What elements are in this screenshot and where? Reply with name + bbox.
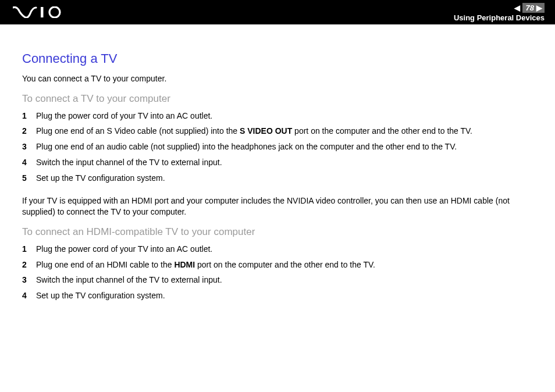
step-text: Plug the power cord of your TV into an A… <box>36 244 533 255</box>
step-number: 4 <box>22 157 36 168</box>
step-number: 1 <box>22 111 36 122</box>
step-text: Set up the TV configuration system. <box>36 173 533 184</box>
step-text: Switch the input channel of the TV to ex… <box>36 157 533 168</box>
step-text: Plug the power cord of your TV into an A… <box>36 111 533 122</box>
page-title: Connecting a TV <box>22 50 533 67</box>
step-item: 5Set up the TV configuration system. <box>22 173 533 184</box>
step-item: 3Switch the input channel of the TV to e… <box>22 275 533 286</box>
svg-rect-0 <box>41 7 44 17</box>
step-item: 1Plug the power cord of your TV into an … <box>22 244 533 255</box>
step-text: Set up the TV configuration system. <box>36 290 533 301</box>
step-number: 2 <box>22 126 36 137</box>
header-right: ◀ 78 ▶ Using Peripheral Devices <box>454 3 545 22</box>
step-item: 3Plug one end of an audio cable (not sup… <box>22 141 533 152</box>
intro-paragraph: You can connect a TV to your computer. <box>22 73 533 84</box>
step-text: Switch the input channel of the TV to ex… <box>36 275 533 286</box>
svg-point-1 <box>49 7 60 17</box>
step-number: 3 <box>22 275 36 286</box>
section-name: Using Peripheral Devices <box>454 13 545 22</box>
step-item: 4Set up the TV configuration system. <box>22 290 533 301</box>
step-number: 5 <box>22 173 36 184</box>
step-number: 4 <box>22 290 36 301</box>
page-number: 78 <box>526 3 534 12</box>
step-number: 2 <box>22 259 36 270</box>
step-item: 4Switch the input channel of the TV to e… <box>22 157 533 168</box>
step-item: 2Plug one end of an HDMI cable to the HD… <box>22 259 533 270</box>
page-nav: ◀ 78 ▶ <box>514 3 545 13</box>
step-text: Plug one end of an audio cable (not supp… <box>36 141 533 152</box>
hdmi-note: If your TV is equipped with an HDMI port… <box>22 195 533 218</box>
vaio-logo <box>13 6 69 18</box>
page-content: Connecting a TV You can connect a TV to … <box>0 24 555 325</box>
page-number-box: 78 ▶ <box>522 3 545 13</box>
step-number: 1 <box>22 244 36 255</box>
step-text: Plug one end of an HDMI cable to the HDM… <box>36 259 533 270</box>
steps-list-svideo: 1Plug the power cord of your TV into an … <box>22 111 533 184</box>
next-page-arrow-icon[interactable]: ▶ <box>536 4 542 12</box>
step-item: 1Plug the power cord of your TV into an … <box>22 111 533 122</box>
step-number: 3 <box>22 141 36 152</box>
step-text: Plug one end of an S Video cable (not su… <box>36 126 533 137</box>
prev-page-arrow-icon[interactable]: ◀ <box>514 4 520 12</box>
step-item: 2Plug one end of an S Video cable (not s… <box>22 126 533 137</box>
page-header: ◀ 78 ▶ Using Peripheral Devices <box>0 0 555 24</box>
subheading-hdmi: To connect an HDMI-compatible TV to your… <box>22 226 533 239</box>
subheading-svideo: To connect a TV to your computer <box>22 92 533 106</box>
steps-list-hdmi: 1Plug the power cord of your TV into an … <box>22 244 533 302</box>
